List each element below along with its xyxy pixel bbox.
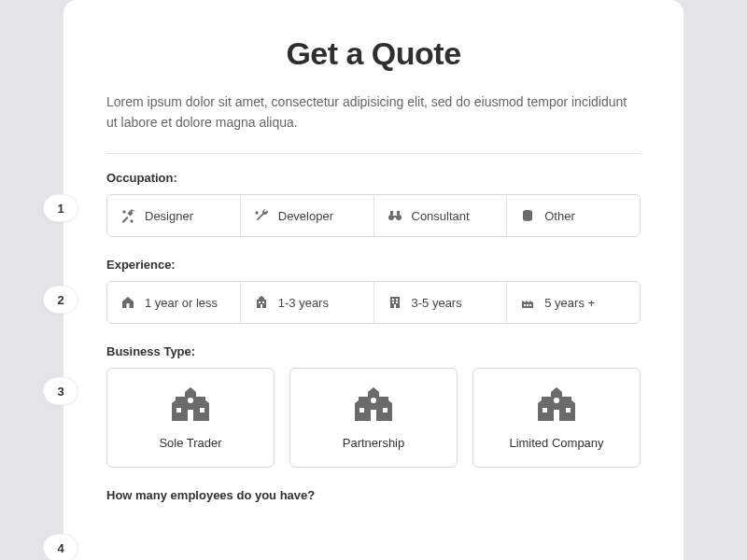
svg-rect-29 [566, 408, 571, 413]
option-label: Consultant [412, 209, 470, 223]
svg-point-22 [188, 398, 193, 403]
experience-option-1-3years[interactable]: 1-3 years [241, 282, 374, 323]
schoolhouse-icon [536, 385, 577, 423]
svg-rect-28 [543, 408, 547, 413]
page-title: Get a Quote [106, 35, 641, 72]
option-label: Developer [278, 209, 333, 223]
step-badge-4: 4 [43, 534, 78, 560]
occupation-option-consultant[interactable]: Consultant [374, 195, 508, 236]
house-icon [120, 295, 135, 310]
svg-rect-2 [393, 216, 396, 217]
wrench-icon [254, 208, 269, 223]
business-option-sole-trader[interactable]: Sole Trader [106, 368, 275, 468]
binoculars-icon [388, 208, 402, 223]
business-option-label: Sole Trader [117, 436, 264, 450]
svg-rect-11 [392, 299, 394, 301]
step-badge-3: 3 [43, 377, 78, 405]
business-type-options: Sole Trader Partnership [106, 368, 641, 468]
svg-point-1 [396, 215, 402, 220]
experience-option-3-5years[interactable]: 3-5 years [374, 282, 508, 323]
employees-label: How many employees do you have? [106, 488, 641, 502]
svg-rect-25 [383, 408, 388, 413]
section-experience: Experience: 1 year or less 1-3 years [106, 258, 641, 324]
tools-icon [120, 208, 135, 223]
svg-rect-19 [188, 410, 193, 421]
section-business-type: Business Type: Sole Trader [106, 344, 641, 468]
experience-option-1year[interactable]: 1 year or less [107, 282, 241, 323]
divider [106, 153, 641, 154]
svg-rect-15 [394, 304, 396, 308]
svg-rect-16 [524, 304, 526, 306]
svg-rect-8 [262, 301, 264, 303]
section-employees: How many employees do you have? [106, 488, 641, 502]
option-label: Other [544, 209, 575, 223]
business-type-label: Business Type: [106, 344, 641, 358]
svg-rect-17 [527, 304, 529, 306]
svg-rect-12 [396, 299, 398, 301]
svg-rect-27 [554, 410, 559, 421]
option-label: Designer [145, 209, 193, 223]
option-label: 1 year or less [145, 296, 218, 310]
small-building-icon [254, 295, 269, 310]
step-badge-2: 2 [43, 286, 78, 314]
business-option-label: Limited Company [483, 436, 630, 450]
business-option-partnership[interactable]: Partnership [289, 368, 458, 468]
schoolhouse-icon [170, 385, 211, 423]
experience-label: Experience: [106, 258, 641, 272]
svg-rect-4 [397, 211, 400, 215]
svg-rect-3 [390, 211, 393, 215]
svg-rect-9 [261, 304, 262, 308]
quote-form-card: Get a Quote Lorem ipsum dolor sit amet, … [63, 0, 684, 560]
svg-point-0 [388, 215, 394, 220]
intro-text: Lorem ipsum dolor sit amet, consectetur … [106, 92, 641, 133]
building-icon [388, 295, 402, 310]
section-occupation: Occupation: Designer Developer [106, 171, 641, 237]
stack-icon [520, 208, 535, 223]
experience-options: 1 year or less 1-3 years 3-5 years [106, 281, 641, 324]
svg-rect-14 [396, 301, 398, 303]
svg-rect-20 [176, 408, 181, 413]
svg-rect-13 [392, 301, 394, 303]
business-option-limited-company[interactable]: Limited Company [472, 368, 641, 468]
occupation-option-designer[interactable]: Designer [107, 195, 241, 236]
option-label: 5 years + [544, 296, 595, 310]
business-option-label: Partnership [300, 436, 447, 450]
factory-icon [520, 295, 535, 310]
svg-rect-6 [127, 303, 130, 308]
occupation-option-other[interactable]: Other [507, 195, 640, 236]
option-label: 3-5 years [412, 296, 462, 310]
step-badge-1: 1 [43, 194, 78, 222]
svg-rect-24 [359, 408, 364, 413]
svg-point-30 [554, 398, 559, 403]
occupation-options: Designer Developer Consultant [106, 194, 641, 237]
occupation-option-developer[interactable]: Developer [241, 195, 374, 236]
svg-rect-23 [371, 410, 376, 421]
occupation-label: Occupation: [106, 171, 641, 185]
svg-rect-21 [200, 408, 204, 413]
svg-rect-18 [529, 304, 531, 306]
svg-rect-7 [259, 301, 261, 303]
schoolhouse-icon [353, 385, 394, 423]
experience-option-5years[interactable]: 5 years + [507, 282, 640, 323]
svg-point-26 [371, 398, 376, 403]
option-label: 1-3 years [278, 296, 329, 310]
